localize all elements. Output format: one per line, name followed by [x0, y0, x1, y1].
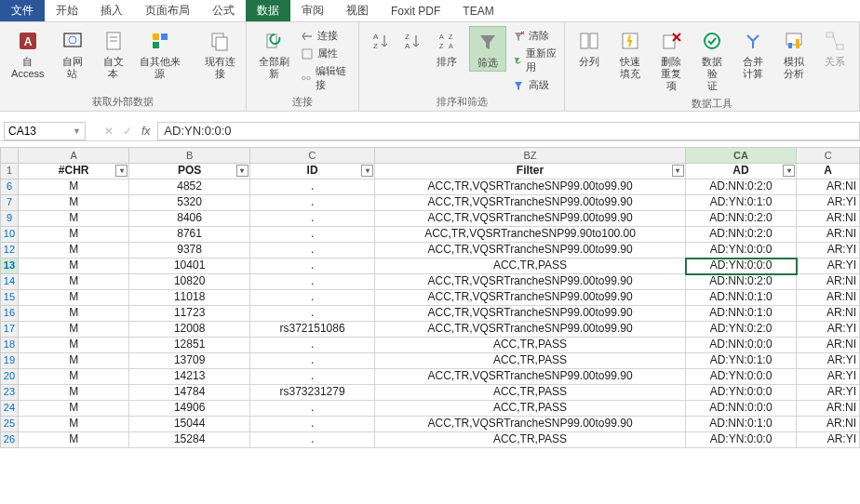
col-header-CA[interactable]: CA	[686, 147, 797, 164]
cell-ar[interactable]: AR:YI	[797, 195, 860, 211]
cell-chr[interactable]: M	[19, 322, 129, 338]
cell-ar[interactable]: AR:NI	[797, 211, 860, 227]
cell-pos[interactable]: 10820	[129, 274, 249, 290]
menu-file[interactable]: 文件	[0, 0, 45, 21]
cancel-icon[interactable]: ✕	[104, 125, 114, 138]
row-header[interactable]: 26	[0, 432, 19, 448]
cell-id[interactable]: .	[250, 274, 375, 290]
cell-pos[interactable]: 8406	[129, 211, 249, 227]
cell-filter[interactable]: ACC,TR,PASS	[375, 385, 686, 401]
btn-from-access[interactable]: A自 Access	[6, 26, 50, 82]
cell-pos[interactable]: 13709	[129, 353, 249, 369]
btn-from-other[interactable]: 自其他来源	[136, 26, 184, 82]
row-header[interactable]: 19	[0, 353, 19, 369]
cell-ar[interactable]: AR:YI	[797, 259, 860, 274]
row-header[interactable]: 12	[0, 243, 19, 259]
menu-tab-6[interactable]: 视图	[335, 0, 380, 21]
col-header-BZ[interactable]: BZ	[375, 147, 686, 164]
menu-tab-2[interactable]: 页面布局	[134, 0, 201, 21]
btn-connections[interactable]: 连接	[299, 28, 353, 44]
cell-id[interactable]: rs372151086	[250, 322, 375, 338]
btn-reapply[interactable]: 重新应用	[510, 46, 558, 75]
cell-ad[interactable]: AD:NN:0:2:0	[686, 179, 797, 195]
btn-flash-fill[interactable]: 快速填充	[611, 26, 649, 82]
btn-advanced-filter[interactable]: 高级	[510, 77, 558, 93]
cell-ad[interactable]: AD:NN:0:2:0	[686, 211, 797, 227]
filter-dropdown-filter[interactable]: ▾	[672, 165, 684, 177]
cell-pos[interactable]: 9378	[129, 243, 249, 259]
cell-filter[interactable]: ACC,TR,VQSRTrancheSNP99.00to99.90	[375, 274, 686, 290]
cell-chr[interactable]: M	[19, 401, 129, 417]
cell-filter[interactable]: ACC,TR,VQSRTrancheSNP99.00to99.90	[375, 369, 686, 385]
row-header[interactable]: 25	[0, 417, 19, 432]
cell-filter[interactable]: ACC,TR,VQSRTrancheSNP99.00to99.90	[375, 195, 686, 211]
cell-id[interactable]: .	[250, 432, 375, 448]
col-header-C[interactable]: C	[797, 147, 860, 164]
cell-ar[interactable]: AR:NI	[797, 227, 860, 243]
cell-ad[interactable]: AD:YN:0:0:0	[686, 259, 797, 274]
cell-pos[interactable]: 4852	[129, 179, 249, 195]
name-box[interactable]: CA13▼	[4, 122, 86, 140]
cell-id[interactable]: .	[250, 179, 375, 195]
cell-id[interactable]: .	[250, 369, 375, 385]
cell-ad[interactable]: AD:YN:0:0:0	[686, 243, 797, 259]
cell-id[interactable]: .	[250, 259, 375, 274]
cell-ar[interactable]: AR:NI	[797, 401, 860, 417]
cell-pos[interactable]: 14784	[129, 385, 249, 401]
cell-ar[interactable]: AR:YI	[797, 432, 860, 448]
cell-pos[interactable]: 10401	[129, 259, 249, 274]
cell-ar[interactable]: AR:NI	[797, 338, 860, 353]
cell-chr[interactable]: M	[19, 290, 129, 306]
btn-text-to-columns[interactable]: 分列	[571, 26, 608, 70]
cell-id[interactable]: .	[250, 353, 375, 369]
btn-sort[interactable]: AZZA排序	[428, 26, 465, 70]
row-header[interactable]: 7	[0, 195, 19, 211]
btn-relationships[interactable]: 关系	[816, 26, 853, 70]
filter-dropdown-chr[interactable]: ▾	[115, 165, 128, 177]
filter-dropdown-id[interactable]: ▾	[361, 165, 373, 177]
cell-chr[interactable]: M	[19, 243, 129, 259]
cell-id[interactable]: rs373231279	[250, 385, 375, 401]
cell-pos[interactable]: 15044	[129, 417, 249, 432]
menu-tab-5[interactable]: 审阅	[290, 0, 335, 21]
cell-chr[interactable]: M	[19, 274, 129, 290]
btn-from-text[interactable]: 自文本	[95, 26, 132, 82]
cell-filter[interactable]: ACC,TR,VQSRTrancheSNP99.00to99.90	[375, 306, 686, 322]
cell-id[interactable]: .	[250, 290, 375, 306]
btn-data-validation[interactable]: 数据验 证	[693, 26, 731, 95]
cell-ar[interactable]: AR:YI	[797, 322, 860, 338]
cell-pos[interactable]: 14906	[129, 401, 249, 417]
cell-chr[interactable]: M	[19, 259, 129, 274]
menu-tab-7[interactable]: Foxit PDF	[380, 0, 451, 21]
cell-filter[interactable]: ACC,TR,VQSRTrancheSNP99.00to99.90	[375, 417, 686, 432]
cell-filter[interactable]: ACC,TR,VQSRTrancheSNP99.00to99.90	[375, 290, 686, 306]
menu-tab-4[interactable]: 数据	[246, 0, 290, 21]
btn-filter[interactable]: 筛选	[469, 26, 506, 72]
row-header[interactable]: 13	[0, 259, 19, 274]
cell-ar[interactable]: AR:NI	[797, 417, 860, 432]
cell-ad[interactable]: AD:NN:0:1:0	[686, 290, 797, 306]
row-header[interactable]: 9	[0, 211, 19, 227]
col-header-A[interactable]: A	[19, 147, 129, 164]
cell-pos[interactable]: 12008	[129, 322, 249, 338]
row-header[interactable]: 6	[0, 179, 19, 195]
cell-pos[interactable]: 12851	[129, 338, 249, 353]
cell-pos[interactable]: 11723	[129, 306, 249, 322]
formula-input[interactable]: AD:YN:0:0:0	[157, 122, 860, 140]
cell-filter[interactable]: ACC,TR,VQSRTrancheSNP99.00to99.90	[375, 179, 686, 195]
cell-ar[interactable]: AR:NI	[797, 274, 860, 290]
cell-ad[interactable]: AD:NN:0:0:0	[686, 401, 797, 417]
btn-refresh-all[interactable]: 全部刷新	[252, 26, 296, 82]
cell-ar[interactable]: AR:NI	[797, 290, 860, 306]
menu-tab-1[interactable]: 插入	[89, 0, 134, 21]
btn-existing-conn[interactable]: 现有连接	[200, 26, 240, 82]
fx-icon[interactable]: fx	[141, 125, 150, 138]
cell-pos[interactable]: 8761	[129, 227, 249, 243]
row-header[interactable]: 23	[0, 385, 19, 401]
row-header[interactable]: 16	[0, 306, 19, 322]
cell-ad[interactable]: AD:NN:0:2:0	[686, 274, 797, 290]
cell-ar[interactable]: AR:YI	[797, 369, 860, 385]
menu-tab-0[interactable]: 开始	[45, 0, 89, 21]
cell-filter[interactable]: ACC,TR,VQSRTrancheSNP99.00to99.90	[375, 243, 686, 259]
cell-id[interactable]: .	[250, 306, 375, 322]
